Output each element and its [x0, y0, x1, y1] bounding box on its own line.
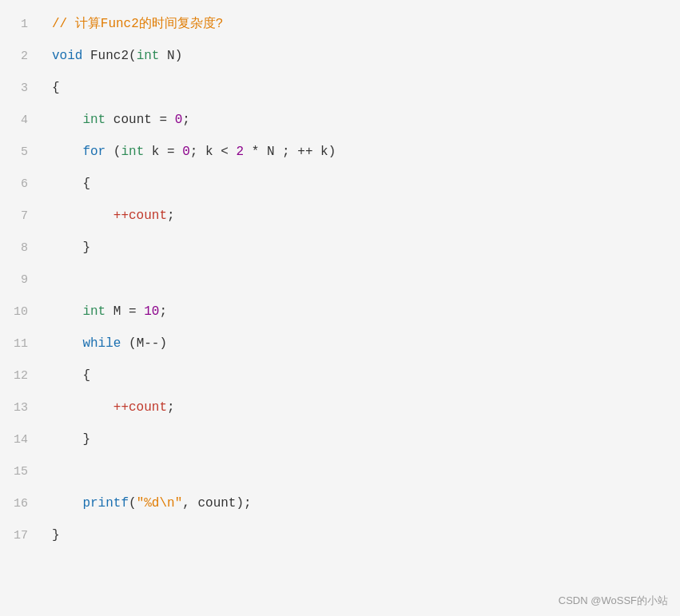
code-line: 16 printf("%d\n", count); — [0, 487, 680, 519]
watermark: CSDN @WoSSF的小站 — [559, 594, 668, 608]
code-line: 4 int count = 0; — [0, 104, 680, 136]
line-content — [44, 457, 680, 486]
line-content: int count = 0; — [44, 105, 680, 134]
code-line: 3{ — [0, 72, 680, 104]
code-line: 10 int M = 10; — [0, 296, 680, 328]
line-content: while (M--) — [44, 329, 680, 358]
line-content: } — [44, 521, 680, 550]
line-number: 17 — [0, 529, 44, 542]
code-viewer: 1// 计算Func2的时间复杂度?2void Func2(int N)3{4 … — [0, 0, 680, 616]
code-line: 1// 计算Func2的时间复杂度? — [0, 8, 680, 40]
code-line: 17} — [0, 519, 680, 551]
line-content: for (int k = 0; k < 2 * N ; ++ k) — [44, 137, 680, 166]
code-line: 2void Func2(int N) — [0, 40, 680, 72]
line-content: { — [44, 361, 680, 390]
line-content: ++count; — [44, 393, 680, 422]
code-line: 15 — [0, 455, 680, 487]
line-content: } — [44, 233, 680, 262]
line-content: ++count; — [44, 201, 680, 230]
line-number: 5 — [0, 145, 44, 159]
code-line: 14 } — [0, 423, 680, 455]
line-number: 15 — [0, 465, 44, 479]
line-number: 10 — [0, 305, 44, 319]
line-content: { — [44, 169, 680, 198]
line-number: 3 — [0, 81, 44, 95]
line-number: 4 — [0, 113, 44, 127]
line-number: 14 — [0, 433, 44, 447]
line-content — [44, 265, 680, 294]
code-line: 13 ++count; — [0, 391, 680, 423]
code-line: 8 } — [0, 232, 680, 264]
line-content: int M = 10; — [44, 297, 680, 326]
line-number: 1 — [0, 18, 44, 31]
line-number: 13 — [0, 401, 44, 415]
code-line: 9 — [0, 264, 680, 296]
line-content: // 计算Func2的时间复杂度? — [44, 10, 680, 38]
line-number: 7 — [0, 209, 44, 223]
line-number: 12 — [0, 369, 44, 383]
code-line: 7 ++count; — [0, 200, 680, 232]
code-line: 11 while (M--) — [0, 328, 680, 360]
line-number: 8 — [0, 241, 44, 255]
line-content: } — [44, 425, 680, 454]
code-line: 5 for (int k = 0; k < 2 * N ; ++ k) — [0, 136, 680, 168]
line-number: 16 — [0, 497, 44, 511]
line-content: void Func2(int N) — [44, 42, 680, 70]
line-content: { — [44, 74, 680, 102]
code-line: 12 { — [0, 360, 680, 391]
line-number: 9 — [0, 273, 44, 287]
line-number: 11 — [0, 337, 44, 351]
line-number: 2 — [0, 50, 44, 63]
line-content: printf("%d\n", count); — [44, 489, 680, 518]
code-line: 6 { — [0, 168, 680, 200]
line-number: 6 — [0, 177, 44, 191]
